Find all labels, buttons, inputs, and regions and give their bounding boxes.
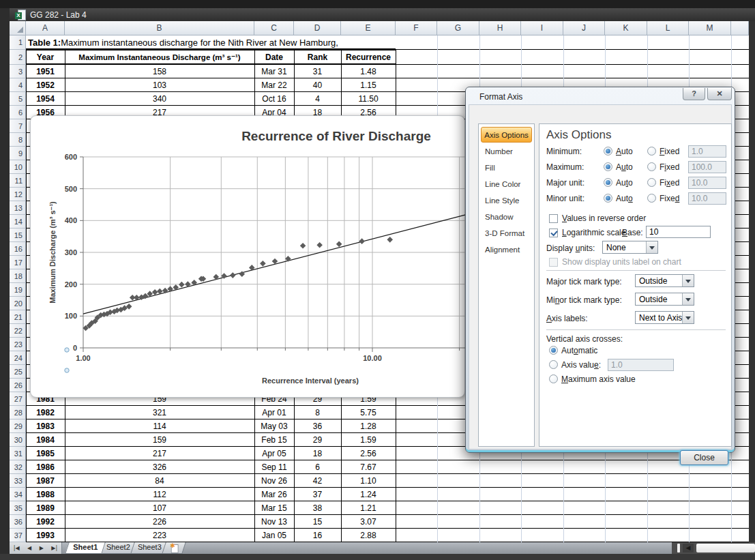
tab-split-handle[interactable] bbox=[677, 544, 680, 552]
close-button[interactable]: Close bbox=[680, 450, 728, 465]
values-reverse-checkbox[interactable] bbox=[549, 214, 558, 223]
minor-tick-select[interactable]: Outside bbox=[635, 293, 694, 306]
cell-E34[interactable]: 1.24 bbox=[342, 488, 395, 501]
close-icon[interactable]: ✕ bbox=[707, 88, 732, 100]
row-header-32[interactable]: 32 bbox=[10, 460, 26, 474]
logarithmic-scale-checkbox[interactable] bbox=[549, 229, 558, 237]
row-header-14[interactable]: 14 bbox=[10, 215, 26, 229]
cell-D36[interactable]: 15 bbox=[295, 515, 340, 528]
table-header-cell[interactable]: Recurrence bbox=[342, 50, 395, 64]
cell-C4[interactable]: Mar 22 bbox=[255, 78, 293, 91]
cell-D37[interactable]: 16 bbox=[295, 529, 340, 542]
row-header-4[interactable]: 4 bbox=[10, 78, 26, 92]
cell-A31[interactable]: 1985 bbox=[27, 447, 64, 460]
row-header-20[interactable]: 20 bbox=[10, 297, 26, 310]
cell-A3[interactable]: 1951 bbox=[27, 65, 64, 78]
axis-labels-select[interactable]: Next to Axis bbox=[635, 311, 694, 324]
cell-B33[interactable]: 84 bbox=[65, 474, 254, 487]
cell-D5[interactable]: 4 bbox=[295, 92, 340, 105]
row-header-16[interactable]: 16 bbox=[10, 242, 26, 256]
row-header-9[interactable]: 9 bbox=[10, 147, 26, 160]
dialog-nav-3-d-format[interactable]: 3-D Format bbox=[481, 225, 532, 241]
dialog-nav-line-color[interactable]: Line Color bbox=[481, 176, 532, 192]
row-header-7[interactable]: 7 bbox=[10, 119, 26, 133]
row-header-5[interactable]: 5 bbox=[10, 92, 26, 106]
row-header-24[interactable]: 24 bbox=[10, 351, 26, 365]
auto-radio[interactable] bbox=[604, 147, 612, 156]
cell-C5[interactable]: Oct 16 bbox=[255, 92, 293, 105]
column-header-A[interactable]: A bbox=[26, 21, 65, 35]
tab-nav-icon-3[interactable]: ▶| bbox=[51, 545, 57, 551]
row-header-26[interactable]: 26 bbox=[10, 379, 26, 392]
cell-B34[interactable]: 112 bbox=[65, 488, 254, 501]
row-header-1[interactable]: 1 bbox=[10, 35, 26, 50]
cell-E36[interactable]: 3.07 bbox=[342, 515, 395, 528]
crosses-radio-2[interactable] bbox=[549, 374, 558, 383]
cell-E30[interactable]: 1.59 bbox=[342, 433, 395, 446]
column-header-F[interactable]: F bbox=[396, 21, 437, 35]
row-header-3[interactable]: 3 bbox=[10, 65, 26, 78]
row-header-23[interactable]: 23 bbox=[10, 338, 26, 351]
scroll-left-icon[interactable]: ◀ bbox=[683, 544, 694, 552]
cell-B4[interactable]: 103 bbox=[65, 78, 254, 91]
cell-E3[interactable]: 1.48 bbox=[342, 65, 395, 78]
tab-nav-icon-1[interactable]: ◀ bbox=[27, 545, 31, 551]
cell-A4[interactable]: 1952 bbox=[27, 78, 64, 91]
column-header-B[interactable]: B bbox=[65, 21, 254, 35]
table-header-cell[interactable]: Year bbox=[27, 50, 64, 64]
column-header-G[interactable]: G bbox=[437, 21, 479, 35]
row-header-22[interactable]: 22 bbox=[10, 324, 26, 338]
cell-A28[interactable]: 1982 bbox=[27, 406, 64, 419]
table-header-cell[interactable]: Date bbox=[255, 50, 293, 64]
tab-scroll-buttons[interactable]: |◀◀▶▶| bbox=[10, 542, 62, 554]
cell-E35[interactable]: 1.21 bbox=[342, 501, 395, 514]
dialog-nav-alignment[interactable]: Alignment bbox=[481, 241, 532, 257]
cell-B31[interactable]: 217 bbox=[65, 447, 254, 460]
row-header-15[interactable]: 15 bbox=[10, 229, 26, 242]
cell-C30[interactable]: Feb 15 bbox=[255, 433, 293, 446]
cell-B35[interactable]: 107 bbox=[65, 501, 254, 514]
cell-B32[interactable]: 326 bbox=[65, 460, 254, 473]
recurrence-chart[interactable]: 01002003004005006001.0010.00Recurrence o… bbox=[30, 115, 465, 398]
tab-nav-icon-2[interactable]: ▶ bbox=[40, 545, 44, 551]
column-header-K[interactable]: K bbox=[605, 21, 647, 35]
cell-D28[interactable]: 8 bbox=[295, 406, 340, 419]
cell-E4[interactable]: 1.15 bbox=[342, 78, 395, 91]
cell-D30[interactable]: 29 bbox=[295, 433, 340, 446]
row-header-17[interactable]: 17 bbox=[10, 256, 26, 269]
insert-worksheet-tab[interactable]: ✱ bbox=[162, 542, 186, 554]
cell-C35[interactable]: Mar 15 bbox=[255, 501, 293, 514]
row-header-29[interactable]: 29 bbox=[10, 419, 26, 433]
cell-C34[interactable]: Mar 26 bbox=[255, 488, 293, 501]
cell-B3[interactable]: 158 bbox=[65, 65, 254, 78]
cell-A29[interactable]: 1983 bbox=[27, 419, 64, 432]
cell-E31[interactable]: 2.56 bbox=[342, 447, 395, 460]
column-header-I[interactable]: I bbox=[521, 21, 563, 35]
row-header-25[interactable]: 25 bbox=[10, 365, 26, 379]
column-header-J[interactable]: J bbox=[563, 21, 605, 35]
base-input[interactable]: 10 bbox=[646, 226, 711, 238]
row-header-2[interactable]: 2 bbox=[10, 50, 26, 65]
column-header-H[interactable]: H bbox=[479, 21, 521, 35]
horizontal-scrollbar[interactable]: ◀ bbox=[672, 542, 755, 554]
cell-B37[interactable]: 223 bbox=[65, 529, 254, 542]
row-header-33[interactable]: 33 bbox=[10, 474, 26, 488]
cell-B28[interactable]: 321 bbox=[65, 406, 254, 419]
row-header-36[interactable]: 36 bbox=[10, 515, 26, 529]
dialog-nav-shadow[interactable]: Shadow bbox=[481, 209, 532, 224]
row-header-19[interactable]: 19 bbox=[10, 283, 26, 297]
cell-D4[interactable]: 40 bbox=[295, 78, 340, 91]
cell-A35[interactable]: 1989 bbox=[27, 501, 64, 514]
cell-D34[interactable]: 37 bbox=[295, 488, 340, 501]
crosses-radio-1[interactable] bbox=[549, 360, 558, 369]
cell-D32[interactable]: 6 bbox=[295, 460, 340, 473]
sheet-tab-sheet1[interactable]: Sheet1 bbox=[65, 542, 106, 554]
cell-C29[interactable]: May 03 bbox=[255, 419, 293, 432]
cell-B29[interactable]: 114 bbox=[65, 419, 254, 432]
dialog-nav-number[interactable]: Number bbox=[481, 143, 532, 159]
cell-C33[interactable]: Nov 26 bbox=[255, 474, 293, 487]
cell-A36[interactable]: 1992 bbox=[27, 515, 64, 528]
row-header-8[interactable]: 8 bbox=[10, 133, 26, 147]
cell-E29[interactable]: 1.28 bbox=[342, 419, 395, 432]
major-tick-select[interactable]: Outside bbox=[635, 274, 694, 287]
